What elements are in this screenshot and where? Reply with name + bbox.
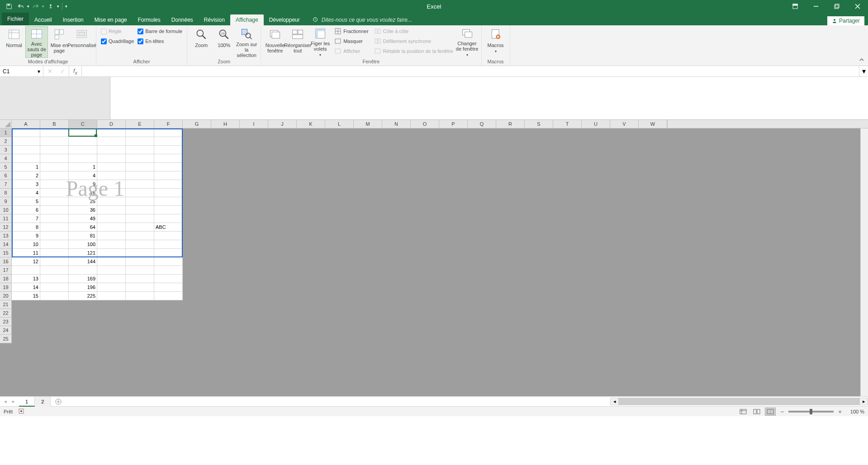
cell[interactable] — [439, 197, 468, 206]
cell[interactable] — [582, 283, 610, 292]
cell[interactable] — [610, 326, 639, 335]
cell[interactable] — [525, 171, 553, 180]
cell[interactable] — [40, 309, 69, 318]
cell[interactable] — [297, 214, 325, 223]
cell[interactable] — [553, 335, 582, 343]
cell[interactable] — [468, 163, 496, 171]
cell[interactable] — [12, 318, 40, 326]
cell[interactable] — [183, 283, 211, 292]
cell[interactable] — [325, 197, 354, 206]
cell[interactable] — [154, 180, 183, 189]
cell[interactable] — [468, 283, 496, 292]
cell[interactable] — [468, 197, 496, 206]
cell[interactable] — [354, 309, 382, 318]
cell[interactable] — [126, 266, 154, 275]
cell[interactable] — [126, 275, 154, 283]
cell[interactable] — [382, 163, 411, 171]
cell[interactable] — [297, 240, 325, 249]
cell[interactable] — [354, 154, 382, 163]
cell[interactable] — [240, 214, 268, 223]
cell[interactable] — [297, 266, 325, 275]
cell[interactable] — [40, 180, 69, 189]
cell[interactable] — [325, 146, 354, 154]
cell[interactable] — [240, 171, 268, 180]
cell[interactable] — [183, 275, 211, 283]
cell[interactable] — [553, 292, 582, 300]
cell[interactable] — [354, 249, 382, 257]
cell[interactable] — [126, 292, 154, 300]
cell[interactable] — [126, 137, 154, 146]
cell[interactable]: 10 — [12, 240, 40, 249]
hide-button[interactable]: Masquer — [332, 36, 371, 46]
cell[interactable] — [97, 128, 126, 137]
cell[interactable] — [610, 206, 639, 214]
cell[interactable] — [297, 128, 325, 137]
cell[interactable] — [211, 232, 240, 240]
cell[interactable] — [240, 223, 268, 232]
row-header[interactable]: 18 — [0, 275, 12, 283]
cell[interactable] — [382, 326, 411, 335]
col-header-W[interactable]: W — [639, 120, 667, 128]
cell[interactable] — [268, 266, 297, 275]
save-button[interactable] — [4, 1, 14, 12]
cell[interactable] — [240, 249, 268, 257]
cell[interactable] — [382, 275, 411, 283]
cell[interactable] — [496, 154, 525, 163]
cell[interactable] — [468, 266, 496, 275]
cell[interactable] — [183, 326, 211, 335]
cell[interactable] — [297, 206, 325, 214]
cell[interactable] — [639, 266, 667, 275]
cell[interactable] — [240, 146, 268, 154]
cell[interactable] — [297, 318, 325, 326]
cell[interactable] — [40, 146, 69, 154]
zoom-out-button[interactable]: − — [778, 408, 786, 415]
cell[interactable] — [40, 163, 69, 171]
cell[interactable] — [12, 146, 40, 154]
cell[interactable] — [439, 223, 468, 232]
cell[interactable] — [525, 214, 553, 223]
cell[interactable] — [582, 257, 610, 266]
cell[interactable] — [553, 154, 582, 163]
cell[interactable] — [69, 154, 97, 163]
cell[interactable] — [582, 266, 610, 275]
tell-me-search[interactable]: Dites-nous ce que vous voulez faire... — [313, 14, 412, 25]
cell[interactable] — [582, 292, 610, 300]
cell[interactable] — [439, 335, 468, 343]
qat-customize[interactable]: ▾ — [65, 4, 67, 9]
cell[interactable] — [468, 249, 496, 257]
cell[interactable] — [12, 137, 40, 146]
cell[interactable] — [40, 249, 69, 257]
cell[interactable] — [610, 214, 639, 223]
cell[interactable]: 16 — [69, 189, 97, 197]
cell[interactable] — [639, 309, 667, 318]
cell[interactable] — [610, 240, 639, 249]
cell[interactable] — [325, 137, 354, 146]
cell[interactable] — [411, 171, 439, 180]
cell[interactable] — [639, 163, 667, 171]
ribbon-display-options[interactable] — [785, 0, 806, 13]
cell[interactable] — [468, 326, 496, 335]
cell[interactable] — [525, 300, 553, 309]
cell[interactable] — [240, 275, 268, 283]
cell[interactable] — [496, 318, 525, 326]
cell[interactable] — [240, 300, 268, 309]
cell[interactable] — [297, 146, 325, 154]
col-header-N[interactable]: N — [382, 120, 411, 128]
cell[interactable] — [354, 232, 382, 240]
cell[interactable] — [154, 257, 183, 266]
cell[interactable] — [126, 206, 154, 214]
cell[interactable] — [610, 266, 639, 275]
cell[interactable] — [639, 275, 667, 283]
cell[interactable] — [411, 318, 439, 326]
cell[interactable]: 9 — [69, 180, 97, 189]
cell[interactable] — [496, 326, 525, 335]
cell[interactable] — [268, 232, 297, 240]
cell[interactable] — [582, 309, 610, 318]
cell[interactable] — [439, 154, 468, 163]
cell[interactable]: 15 — [12, 292, 40, 300]
cell[interactable] — [240, 240, 268, 249]
cell[interactable] — [97, 189, 126, 197]
row-header[interactable]: 2 — [0, 137, 12, 146]
cell[interactable] — [126, 171, 154, 180]
cell[interactable] — [325, 275, 354, 283]
